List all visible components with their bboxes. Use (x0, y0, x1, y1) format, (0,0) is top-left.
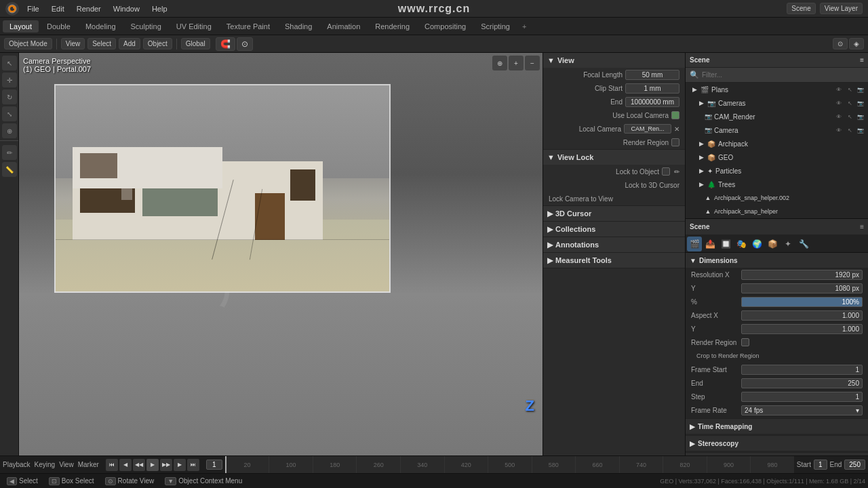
measurelt-header[interactable]: ▶ Measurelt Tools (543, 253, 685, 268)
tab-layout[interactable]: Layout (3, 20, 39, 33)
cameras-render[interactable]: 📷 (856, 98, 865, 108)
local-camera-clear[interactable]: ✕ (674, 125, 679, 133)
outliner-item-geo[interactable]: ▶ 📦 GEO (686, 150, 868, 164)
app-logo[interactable] (5, 2, 19, 16)
menu-edit[interactable]: Edit (46, 3, 70, 14)
menu-window[interactable]: Window (108, 3, 145, 14)
view-lock-header[interactable]: ▼ View Lock (543, 150, 685, 165)
outliner-item-camera[interactable]: 📷 Camera 👁 ↖ 📷 (686, 123, 868, 137)
play-backward[interactable]: ◀◀ (133, 459, 145, 471)
outliner-item-snap-helper-002[interactable]: ▲ Archipack_snap_helper.002 (686, 191, 868, 205)
transform-tool[interactable]: ⊕ (2, 123, 17, 138)
view-section-header[interactable]: ▼ View (543, 53, 685, 68)
cameras-view[interactable]: 👁 (834, 98, 844, 108)
viewport-zoom-out[interactable]: − (525, 56, 540, 70)
outliner-item-snap-helper[interactable]: ▲ Archipack_snap_helper (686, 205, 868, 218)
tab-texture-paint[interactable]: Texture Paint (220, 20, 277, 33)
render-region-check[interactable] (741, 338, 749, 346)
menu-file[interactable]: File (22, 3, 45, 14)
xray-toggle[interactable]: ◈ (849, 38, 864, 49)
outliner-item-cameras[interactable]: ▶ 📷 Cameras 👁 ↖ 📷 (686, 96, 868, 110)
resolution-y-input[interactable]: 1080 px (741, 283, 863, 293)
tab-compositing[interactable]: Compositing (418, 20, 473, 33)
playback-label[interactable]: Playback (3, 461, 31, 468)
object-menu[interactable]: Object (143, 38, 172, 49)
viewport[interactable]: Camera Perspective (1) GEO | Portal.007 (19, 53, 542, 455)
rotate-view-tool-status[interactable]: ⊙ Rotate View (101, 476, 159, 487)
time-remapping-title[interactable]: ▶ Time Remapping (686, 419, 868, 434)
dimensions-title[interactable]: ▼ Dimensions (686, 253, 868, 268)
view-menu[interactable]: View (61, 38, 85, 49)
end-frame-input[interactable]: 250 (844, 460, 865, 470)
props-tab-object[interactable]: 📦 (765, 237, 780, 251)
scale-tool[interactable]: ⤡ (2, 106, 17, 121)
outliner-item-plans[interactable]: ▶ 🎬 Plans 👁 ↖ 📷 (686, 83, 868, 96)
select-tool[interactable]: ↖ (2, 56, 17, 70)
next-frame[interactable]: ▶ (174, 459, 186, 471)
scene-selector[interactable]: Scene (787, 3, 815, 14)
aspect-y-input[interactable]: 1.000 (741, 324, 863, 334)
annotations-header[interactable]: ▶ Annotations (543, 237, 685, 252)
props-tab-output[interactable]: 📤 (703, 237, 717, 251)
play-forward[interactable]: ▶▶ (160, 459, 172, 471)
timeline-view-label[interactable]: View (59, 461, 74, 468)
start-frame-input[interactable]: 1 (814, 460, 827, 470)
transform-selector[interactable]: Global (181, 38, 210, 49)
tab-double[interactable]: Double (40, 20, 77, 33)
tab-shading[interactable]: Shading (278, 20, 319, 33)
play-pause[interactable]: ▶ (146, 459, 159, 471)
percent-input[interactable]: 100% (741, 297, 863, 307)
keying-label[interactable]: Keying (35, 461, 56, 468)
props-tab-view-layer[interactable]: 🔲 (718, 237, 733, 251)
go-to-start[interactable]: ⏮ (106, 459, 118, 471)
props-tab-particles[interactable]: ✦ (781, 237, 795, 251)
tab-rendering[interactable]: Rendering (368, 20, 416, 33)
outliner-item-trees[interactable]: ▶ 🌲 Trees (686, 178, 868, 191)
clip-end-input[interactable]: 10000000 mm (625, 97, 679, 107)
viewport-gizmo[interactable]: ⊕ (492, 56, 507, 70)
props-menu[interactable]: ≡ (860, 223, 864, 230)
outliner-item-archipack[interactable]: ▶ 📦 Archipack (686, 137, 868, 150)
menu-render[interactable]: Render (71, 3, 106, 14)
menu-help[interactable]: Help (146, 3, 173, 14)
tab-scripting[interactable]: Scripting (474, 20, 517, 33)
frame-start-input[interactable]: 1 (741, 365, 863, 375)
frame-step-input[interactable]: 1 (741, 392, 863, 402)
tab-sculpting[interactable]: Sculpting (124, 20, 168, 33)
outliner-filter[interactable]: ≡ (860, 56, 864, 64)
camera-render[interactable]: 📷 (856, 125, 865, 135)
props-tab-world[interactable]: 🌍 (749, 237, 764, 251)
local-camera-input[interactable]: CAM_Ren... (624, 124, 671, 134)
cam-render-view[interactable]: 👁 (834, 112, 844, 121)
outliner-item-cam-render[interactable]: 📷 CAM_Render 👁 ↖ 📷 (686, 110, 868, 123)
props-tab-render[interactable]: 🎬 (687, 237, 702, 251)
clip-start-input[interactable]: 1 mm (625, 83, 679, 94)
tab-uv-editing[interactable]: UV Editing (170, 20, 218, 33)
restrict-view[interactable]: 👁 (834, 85, 844, 94)
cam-render-render[interactable]: 📷 (856, 112, 865, 121)
outliner-search-input[interactable] (702, 71, 864, 79)
viewport-overlay[interactable]: ⊙ (833, 38, 848, 49)
focal-length-input[interactable]: 50 mm (625, 70, 679, 80)
frame-rate-dropdown[interactable]: 24 fps ▾ (741, 405, 863, 415)
view-layer-selector[interactable]: View Layer (820, 3, 863, 14)
viewport-zoom-in[interactable]: + (509, 56, 524, 70)
aspect-x-input[interactable]: 1.000 (741, 310, 863, 321)
select-tool-status[interactable]: ◀ Select (3, 476, 42, 487)
proportional-edit[interactable]: ⊙ (237, 37, 253, 51)
add-menu[interactable]: Add (119, 38, 140, 49)
use-local-camera-checkbox[interactable] (671, 111, 679, 119)
mode-selector[interactable]: Object Mode (4, 38, 52, 49)
camera-select[interactable]: ↖ (845, 125, 854, 135)
move-tool[interactable]: ✛ (2, 73, 17, 87)
tab-modeling[interactable]: Modeling (79, 20, 123, 33)
camera-view[interactable]: 👁 (834, 125, 844, 135)
select-menu[interactable]: Select (87, 38, 116, 49)
restrict-render[interactable]: 📷 (856, 85, 865, 94)
resolution-x-input[interactable]: 1920 px (741, 270, 863, 280)
restrict-select[interactable]: ↖ (845, 85, 854, 94)
cam-render-select[interactable]: ↖ (845, 112, 854, 121)
lock-to-object-checkbox[interactable] (662, 167, 670, 176)
tab-animation[interactable]: Animation (320, 20, 367, 33)
cursor-3d-header[interactable]: ▶ 3D Cursor (543, 206, 685, 221)
